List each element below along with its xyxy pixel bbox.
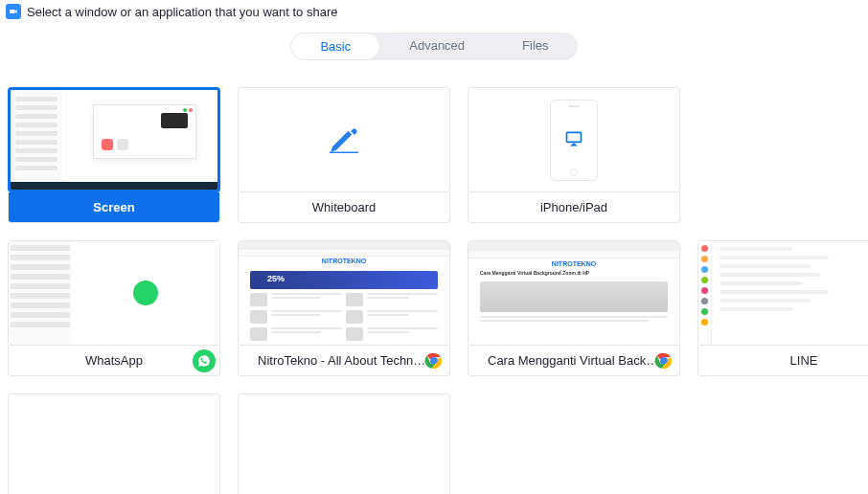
svg-point-5 (661, 358, 667, 364)
tab-basic[interactable]: Basic (290, 33, 380, 60)
zoom-icon (6, 4, 21, 19)
share-item-label: iPhone/iPad (540, 200, 607, 214)
tab-advanced[interactable]: Advanced (380, 33, 493, 60)
share-item-screen[interactable]: Screen (8, 87, 220, 223)
share-item-label: Whiteboard (312, 200, 376, 214)
chrome-icon (652, 349, 675, 372)
share-thumb-nitro: NITROTEKNO (238, 240, 450, 346)
share-item-line[interactable]: LINE (697, 240, 868, 376)
share-item-label: Screen (93, 200, 134, 214)
mock-site-brand: NITROTEKNO (468, 258, 679, 268)
share-item-iphone-ipad[interactable]: iPhone/iPad (468, 87, 680, 223)
tab-group: Basic Advanced Files (290, 33, 577, 60)
window-header: Select a window or an application that y… (0, 0, 868, 23)
window-title: Select a window or an application that y… (27, 5, 337, 19)
share-item-whatsapp[interactable]: WhatsApp (8, 240, 220, 376)
tab-files[interactable]: Files (493, 33, 577, 60)
share-label-bar: NitroTekno - All About Technolo... (238, 346, 450, 376)
share-item-blank[interactable] (8, 393, 220, 494)
share-item-label: WhatsApp (85, 353, 143, 368)
share-item-label: Cara Mengganti Virtual Backgrou... (488, 353, 660, 368)
svg-rect-0 (567, 132, 582, 142)
share-thumb-blank (238, 393, 450, 494)
share-grid: Screen Whiteboard iPhone/iPad (0, 60, 868, 494)
share-label-bar: Screen (8, 192, 220, 223)
mock-site-brand: NITROTEKNO (239, 257, 449, 265)
share-label-bar: LINE (697, 346, 868, 376)
pen-icon (327, 122, 361, 159)
share-item-label: NitroTekno - All About Technolo... (258, 353, 430, 368)
phone-frame-icon (550, 100, 598, 181)
whatsapp-icon (193, 349, 216, 372)
share-label-bar: Whiteboard (238, 192, 450, 223)
share-thumb-screen (8, 87, 220, 192)
share-item-cara-mengganti[interactable]: NITROTEKNO Cara Mengganti Virtual Backgr… (468, 240, 680, 376)
airplay-icon (564, 129, 583, 151)
share-thumb-whiteboard (238, 87, 450, 192)
share-item-blank[interactable] (238, 393, 450, 494)
share-item-whiteboard[interactable]: Whiteboard (238, 87, 450, 223)
share-label-bar: iPhone/iPad (468, 192, 680, 223)
share-thumb-line (697, 240, 868, 346)
share-thumb-cara: NITROTEKNO Cara Mengganti Virtual Backgr… (468, 240, 680, 346)
mock-article-title: Cara Mengganti Virtual Background Zoom d… (480, 270, 668, 276)
share-item-nitrotekno[interactable]: NITROTEKNO NitroTekno - All About Techno… (238, 240, 450, 376)
share-thumb-whatsapp (8, 240, 220, 346)
share-item-label: LINE (790, 353, 818, 368)
share-label-bar: Cara Mengganti Virtual Backgrou... (468, 346, 680, 376)
share-thumb-blank (8, 393, 220, 494)
share-thumb-iphone (468, 87, 680, 192)
chrome-icon (423, 349, 445, 372)
share-label-bar: WhatsApp (8, 346, 220, 376)
tab-bar: Basic Advanced Files (0, 33, 868, 60)
